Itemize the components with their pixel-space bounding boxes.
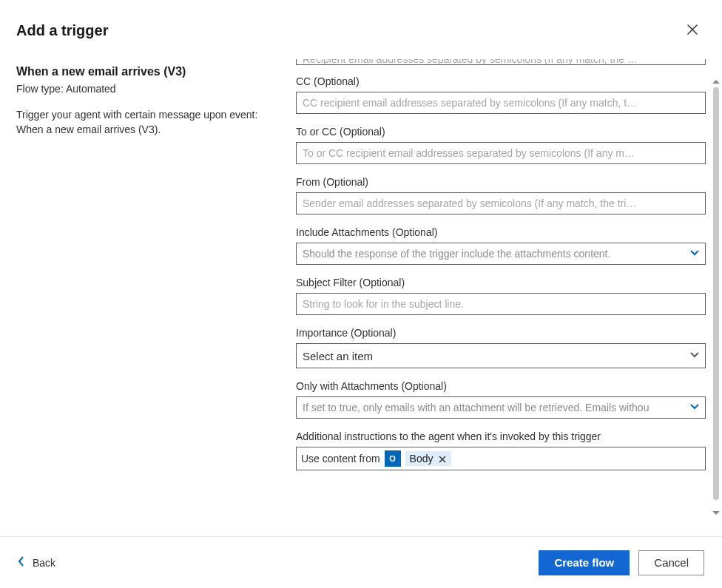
to-or-cc-label: To or CC (Optional) bbox=[296, 126, 706, 138]
subject-filter-input[interactable] bbox=[296, 293, 706, 315]
additional-instructions-label: Additional instructions to the agent whe… bbox=[296, 430, 706, 442]
trigger-name-heading: When a new email arrives (V3) bbox=[16, 65, 278, 78]
create-flow-button[interactable]: Create flow bbox=[539, 550, 630, 575]
cc-label: CC (Optional) bbox=[296, 75, 706, 87]
cancel-button[interactable]: Cancel bbox=[638, 550, 704, 575]
recipient-placeholder: Recipient email addresses separated by s… bbox=[303, 59, 638, 64]
trigger-description: Trigger your agent with certain message … bbox=[16, 108, 278, 137]
importance-label: Importance (Optional) bbox=[296, 327, 706, 339]
body-token[interactable]: Body bbox=[405, 451, 451, 466]
flow-type-label: Flow type: Automated bbox=[16, 83, 278, 95]
subject-filter-label: Subject Filter (Optional) bbox=[296, 277, 706, 288]
scrollbar-thumb[interactable] bbox=[713, 87, 719, 500]
only-with-attachments-label: Only with Attachments (Optional) bbox=[296, 380, 706, 392]
back-label: Back bbox=[33, 557, 55, 569]
scroll-down-icon[interactable] bbox=[711, 507, 721, 518]
body-token-label: Body bbox=[410, 453, 433, 464]
close-button[interactable] bbox=[681, 18, 704, 42]
importance-value: Select an item bbox=[303, 350, 373, 362]
from-label: From (Optional) bbox=[296, 176, 706, 188]
vertical-scrollbar[interactable] bbox=[710, 77, 722, 518]
include-attachments-label: Include Attachments (Optional) bbox=[296, 226, 706, 238]
page-title: Add a trigger bbox=[16, 22, 108, 39]
remove-token-icon[interactable] bbox=[438, 454, 447, 463]
instructions-prefix-text: Use content from bbox=[301, 453, 380, 464]
include-attachments-select[interactable]: Should the response of the trigger inclu… bbox=[296, 243, 706, 265]
from-input[interactable] bbox=[296, 192, 706, 214]
to-or-cc-input[interactable] bbox=[296, 142, 706, 164]
back-button[interactable]: Back bbox=[18, 555, 55, 570]
scroll-up-icon[interactable] bbox=[711, 77, 721, 87]
scrollbar-track[interactable] bbox=[713, 87, 719, 507]
form-scroll-area: Recipient email addresses separated by s… bbox=[296, 59, 706, 536]
cc-input[interactable] bbox=[296, 92, 706, 114]
only-with-attachments-select[interactable]: If set to true, only emails with an atta… bbox=[296, 396, 706, 419]
importance-select[interactable]: Select an item bbox=[296, 343, 706, 368]
recipient-input[interactable]: Recipient email addresses separated by s… bbox=[296, 59, 706, 65]
include-attachments-value: Should the response of the trigger inclu… bbox=[303, 248, 610, 260]
outlook-icon: O bbox=[385, 450, 401, 467]
additional-instructions-input[interactable]: Use content from O Body bbox=[296, 447, 706, 470]
close-icon bbox=[686, 24, 698, 38]
only-with-attachments-value: If set to true, only emails with an atta… bbox=[303, 402, 649, 413]
chevron-left-icon bbox=[18, 555, 25, 570]
